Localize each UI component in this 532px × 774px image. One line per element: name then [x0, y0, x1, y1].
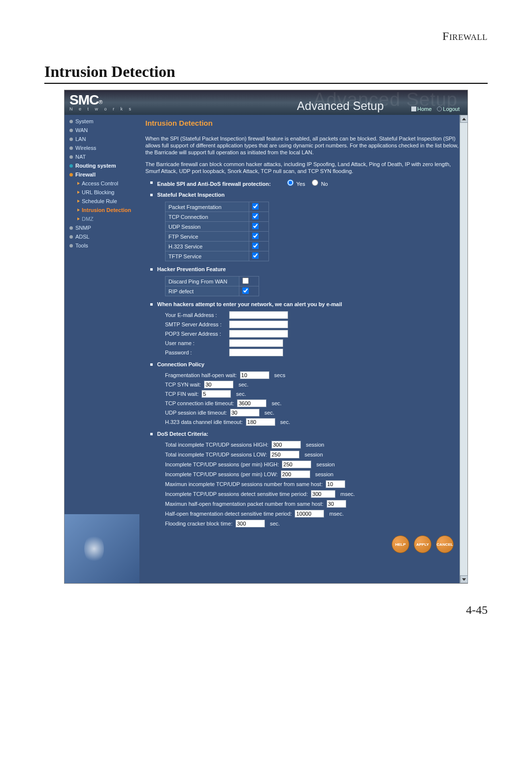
unit-label: secs — [274, 372, 286, 378]
row-checkbox[interactable] — [252, 203, 259, 210]
table-row: H.323 Service — [166, 242, 269, 251]
row-label: UDP Session — [166, 222, 249, 232]
row-checkbox[interactable] — [242, 287, 249, 294]
table-row: Packet Fragmentation — [166, 202, 269, 212]
unit-label: msec. — [340, 491, 355, 497]
form-label: H.323 data channel idle timeout: — [165, 419, 243, 425]
text-input[interactable] — [281, 470, 310, 478]
sidebar-item[interactable]: Firewall — [65, 170, 139, 179]
text-input[interactable] — [271, 441, 301, 449]
vertical-scrollbar[interactable] — [460, 115, 467, 583]
text-input[interactable] — [240, 371, 269, 379]
bullet-icon — [69, 173, 73, 176]
help-button[interactable]: HELP — [392, 535, 409, 553]
text-input[interactable] — [326, 480, 345, 488]
sidebar-item[interactable]: WAN — [65, 126, 139, 135]
form-row: Incomplete TCP/UDP sessions (per min) HI… — [165, 460, 459, 468]
bullet-icon — [69, 235, 73, 239]
unit-label: msec. — [329, 511, 343, 517]
text-input[interactable] — [282, 460, 311, 468]
unit-label: sec. — [270, 521, 280, 527]
sidebar-item[interactable]: System — [65, 117, 139, 126]
logout-link[interactable]: Logout — [437, 106, 460, 112]
form-row: POP3 Server Address : — [165, 330, 459, 338]
sidebar-subitem[interactable]: Schedule Rule — [65, 197, 139, 206]
row-label: Discard Ping From WAN — [166, 277, 239, 286]
page-number: 4-45 — [44, 603, 488, 617]
row-checkbox[interactable] — [252, 223, 259, 229]
dos-criteria-heading: DoS Detect Criteria: — [157, 431, 459, 437]
dos-criteria-block: Total incomplete TCP/UDP sessions HIGH:s… — [165, 441, 459, 528]
unit-label: sec. — [265, 410, 274, 416]
bullet-icon — [69, 244, 73, 247]
text-input[interactable] — [235, 520, 265, 528]
text-input[interactable] — [229, 311, 288, 319]
unit-label: sec. — [236, 391, 246, 397]
text-input[interactable] — [295, 510, 324, 518]
spi-enable-no-radio[interactable] — [312, 179, 318, 186]
sidebar-item[interactable]: LAN — [65, 135, 139, 143]
home-link[interactable]: Home — [411, 106, 432, 112]
table-row: Discard Ping From WAN — [166, 277, 259, 286]
row-checkbox[interactable] — [252, 252, 259, 259]
row-checkbox-cell — [249, 212, 269, 222]
logo-registered: ® — [99, 99, 102, 105]
sidebar-subitem[interactable]: Intrusion Detection — [65, 206, 139, 214]
sidebar-subitem[interactable]: URL Blocking — [65, 188, 139, 197]
text-input[interactable] — [229, 320, 288, 328]
triangle-icon — [77, 209, 80, 211]
sidebar-subitem[interactable]: DMZ — [65, 214, 139, 223]
row-checkbox[interactable] — [252, 233, 259, 239]
row-label: TCP Connection — [166, 212, 249, 222]
sidebar-item[interactable]: NAT — [65, 152, 139, 161]
text-input[interactable] — [229, 330, 288, 338]
spi-table: Packet FragmentationTCP ConnectionUDP Se… — [165, 202, 269, 261]
text-input[interactable] — [270, 451, 299, 458]
text-input[interactable] — [237, 399, 266, 407]
connection-policy-block: Fragmentation half-open wait:secsTCP SYN… — [165, 371, 459, 426]
row-checkbox[interactable] — [252, 213, 259, 219]
app-screenshot: SMC® N e t w o r k s Advanced Setup Adva… — [64, 90, 468, 584]
sidebar-subitem-label: Access Control — [82, 180, 118, 187]
cancel-button[interactable]: CANCEL — [436, 535, 454, 553]
text-input[interactable] — [327, 500, 346, 508]
row-label: FTP Service — [166, 232, 249, 242]
sidebar-item[interactable]: Wireless — [65, 143, 139, 152]
row-checkbox[interactable] — [252, 243, 259, 249]
scroll-down-button[interactable] — [460, 575, 468, 583]
spi-enable-yes-radio[interactable] — [287, 179, 294, 186]
bullet-icon — [69, 129, 73, 132]
scroll-up-button[interactable] — [460, 115, 468, 123]
sidebar-item-label: NAT — [75, 153, 86, 160]
sidebar-item-label: Tools — [75, 242, 88, 249]
description-paragraph-1: When the SPI (Stateful Packet Inspection… — [145, 135, 459, 156]
text-input[interactable] — [204, 381, 233, 388]
form-label: Your E-mail Address : — [165, 312, 229, 318]
sidebar-item[interactable]: ADSL — [65, 232, 139, 241]
sidebar-item[interactable]: Routing system — [65, 161, 139, 170]
form-label: Incomplete TCP/UDP sessions detect sensi… — [165, 491, 308, 497]
table-row: RIP defect — [166, 286, 259, 296]
content-heading: Intrusion Detection — [145, 119, 459, 127]
form-row: Total incomplete TCP/UDP sessions HIGH:s… — [165, 441, 459, 449]
text-input[interactable] — [229, 339, 283, 347]
text-input[interactable] — [246, 418, 275, 426]
text-input[interactable] — [230, 409, 260, 417]
sidebar-subitem[interactable]: Access Control — [65, 179, 139, 188]
text-input[interactable] — [229, 349, 283, 356]
triangle-icon — [77, 191, 80, 194]
form-row: TCP connection idle timeout:sec. — [165, 399, 459, 407]
text-input[interactable] — [311, 490, 335, 498]
header-links: Home Logout — [407, 106, 460, 112]
row-checkbox[interactable] — [242, 278, 249, 284]
apply-button[interactable]: APPLY — [414, 535, 432, 553]
sidebar-item[interactable]: SNMP — [65, 223, 139, 232]
sidebar-item-label: WAN — [75, 127, 88, 134]
bullet-icon — [69, 155, 73, 159]
text-input[interactable] — [201, 390, 231, 398]
sidebar-subitem-label: Intrusion Detection — [82, 207, 131, 213]
form-label: Fragmentation half-open wait: — [165, 372, 237, 378]
form-row: User name : — [165, 339, 459, 347]
sidebar-item[interactable]: Tools — [65, 241, 139, 250]
unit-label: session — [316, 461, 334, 467]
